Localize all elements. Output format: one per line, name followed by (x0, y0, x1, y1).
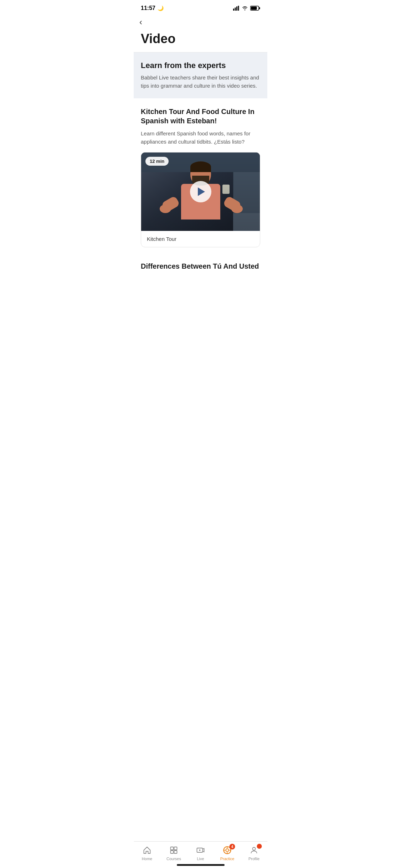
video-content-section: Kitchen Tour And Food Culture In Spanish… (134, 98, 267, 262)
back-chevron-icon[interactable]: ‹ (139, 18, 142, 26)
play-button[interactable] (190, 181, 211, 202)
hero-description: Babbel Live teachers share their best in… (141, 74, 260, 90)
next-section-title: Differences Between Tú And Usted (141, 262, 260, 271)
page-title: Video (141, 31, 260, 46)
svg-rect-2 (236, 6, 237, 11)
status-time: 11:57 (141, 5, 155, 11)
svg-rect-6 (251, 7, 257, 10)
hero-banner: Learn from the experts Babbel Live teach… (134, 52, 267, 98)
svg-rect-5 (259, 7, 260, 9)
signal-icon (233, 6, 240, 11)
svg-rect-1 (235, 7, 236, 11)
person-hair (190, 161, 211, 172)
moon-icon: 🌙 (158, 5, 164, 11)
next-section-preview: Differences Between Tú And Usted (134, 262, 267, 277)
wifi-icon (242, 6, 248, 11)
video-card[interactable]: 12 min Kitchen Tour (141, 152, 260, 247)
battery-icon (250, 6, 260, 11)
duration-badge: 12 min (145, 157, 169, 166)
person-left-hand (160, 205, 171, 213)
status-bar: 11:57 🌙 (134, 0, 267, 14)
video-title: Kitchen Tour And Food Culture In Spanish… (141, 107, 260, 125)
page-title-section: Video (134, 29, 267, 52)
hero-heading: Learn from the experts (141, 61, 260, 70)
play-triangle-icon (198, 187, 205, 196)
video-thumbnail[interactable]: 12 min (141, 153, 260, 231)
video-label: Kitchen Tour (141, 231, 260, 247)
video-description: Learn different Spanish food words, name… (141, 130, 260, 146)
svg-rect-0 (233, 9, 234, 11)
person-right-hand (231, 205, 243, 213)
back-navigation[interactable]: ‹ (134, 14, 267, 29)
svg-rect-3 (238, 6, 239, 11)
status-icons (233, 6, 260, 11)
